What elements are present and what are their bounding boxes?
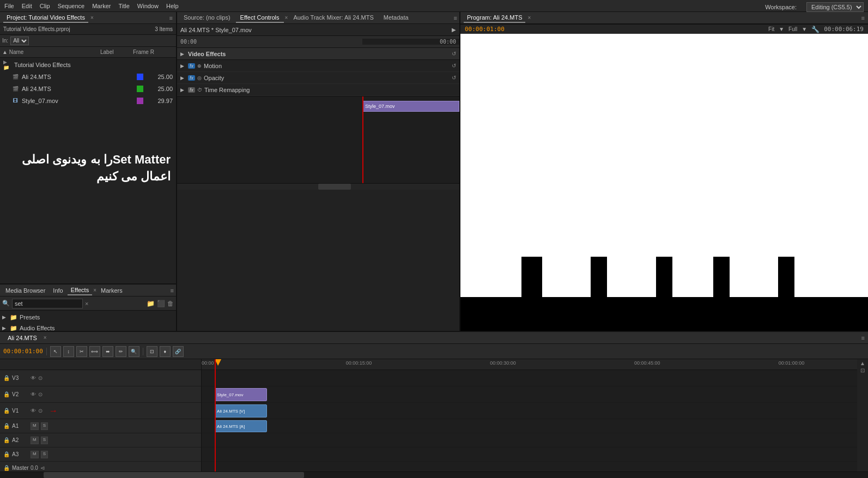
expand-collapse-btn[interactable]: ▶	[452, 27, 456, 33]
tl-toolbar: 00:00:01:00 ↖ ↕ ✂ ⟺ ⬌ ✏ 🔍 ⊡ ♦ 🔗	[0, 344, 868, 359]
tab-media-browser[interactable]: Media Browser	[2, 286, 48, 295]
lock-v3-btn[interactable]: 🔒	[3, 375, 10, 381]
effects-panel-menu[interactable]: ≡	[171, 287, 174, 294]
reset-motion-btn[interactable]: ↺	[452, 63, 456, 69]
tab-effect-controls[interactable]: Effect Controls	[236, 13, 284, 23]
lock-v1-btn[interactable]: 🔒	[3, 408, 10, 414]
tl-panel-menu[interactable]: ≡	[861, 335, 865, 341]
tab-metadata[interactable]: Metadata	[379, 13, 413, 23]
tl-tab[interactable]: Ali 24.MTS	[3, 334, 41, 342]
effect-row-opacity[interactable]: ▶ fx ◎ Opacity ↺	[177, 72, 459, 84]
tree-item-presets[interactable]: ▶ 📁 Presets	[0, 312, 176, 323]
tl-track-master: 🔒 Master 0.0 ⊲	[0, 462, 201, 471]
mute-a1-btn[interactable]: M	[31, 422, 39, 430]
tl-content-v2: Style_07.mov	[202, 386, 857, 403]
track-eye-v2[interactable]: 👁	[31, 391, 36, 397]
reset-effects-btn[interactable]: ↺	[452, 51, 456, 57]
tab-markers[interactable]: Markers	[98, 286, 126, 295]
chevron-icon: ▶	[180, 51, 186, 57]
solo-a2-btn[interactable]: S	[41, 437, 48, 444]
tab-effects[interactable]: Effects	[68, 286, 92, 295]
tl-slide-tool[interactable]: ⬌	[102, 346, 113, 357]
lock-v2-btn[interactable]: 🔒	[3, 391, 10, 397]
fx-badge-opacity: fx	[188, 75, 195, 81]
program-panel-menu[interactable]: ≡	[861, 15, 865, 21]
effects-close-btn[interactable]: ×	[93, 287, 96, 293]
tl-clip-style07[interactable]: Style_07.mov	[215, 388, 267, 401]
list-item[interactable]: 🎞 Style_07.mov 29.97	[0, 95, 176, 107]
settings-icon[interactable]: 🔧	[811, 26, 820, 33]
menu-help[interactable]: Help	[166, 3, 179, 9]
menu-window[interactable]: Window	[137, 3, 159, 9]
solo-a3-btn[interactable]: S	[41, 451, 48, 458]
current-timecode: 00:00:01:00	[465, 26, 505, 33]
menu-edit[interactable]: Edit	[22, 3, 32, 9]
master-expand-btn[interactable]: ⊲	[40, 465, 45, 471]
new-folder-btn[interactable]: 📁	[147, 300, 155, 307]
tl-snap-btn[interactable]: ⊡	[147, 346, 157, 357]
track-toggle-v2[interactable]: ⊙	[38, 391, 43, 397]
scroll-lock-btn[interactable]: ⊡	[860, 367, 865, 373]
menu-sequence[interactable]: Sequence	[58, 3, 85, 9]
workspace-dropdown[interactable]: Editing (CS5.5)	[806, 2, 864, 12]
program-close-btn[interactable]: ×	[527, 15, 531, 21]
tl-ripple-tool[interactable]: ↕	[63, 346, 74, 357]
lock-a1-btn[interactable]: 🔒	[3, 423, 10, 429]
track-toggle-v1[interactable]: ⊙	[38, 408, 43, 414]
project-panel-header: Project: Tutorial Video Effects × ≡	[0, 12, 176, 24]
effect-row-time-remap[interactable]: ▶ fx ⏱ Time Remapping	[177, 84, 459, 96]
project-tab[interactable]: Project: Tutorial Video Effects	[3, 13, 88, 23]
tab-info[interactable]: Info	[50, 286, 66, 295]
tl-content-a2	[202, 433, 857, 447]
search-input[interactable]	[12, 299, 83, 308]
track-eye-v1[interactable]: 👁	[31, 408, 36, 414]
project-close-btn[interactable]: ×	[90, 15, 94, 21]
ec-scrollbar[interactable]	[177, 183, 459, 190]
tl-time-ruler[interactable]: 00:00 00:00:15:00 00:00:30:00 00:00:45:0…	[202, 359, 857, 370]
ec-tabs: Source: (no clips) Effect Controls × Aud…	[177, 12, 459, 24]
tab-audio-mixer[interactable]: Audio Track Mixer: Ali 24.MTS	[289, 13, 378, 23]
tl-hscroll[interactable]	[0, 471, 868, 478]
list-item[interactable]: 🎬 Ali 24.MTS 25.00	[0, 71, 176, 83]
tl-razor-tool[interactable]: ✂	[76, 346, 87, 357]
tab-source[interactable]: Source: (no clips)	[179, 13, 235, 23]
effect-row-motion[interactable]: ▶ fx ⊕ Motion ↺	[177, 60, 459, 72]
delete-btn[interactable]: 🗑	[167, 300, 174, 307]
quality-dropdown[interactable]: Full	[788, 26, 797, 32]
tl-ruler-label	[0, 359, 201, 370]
motion-subicon: ⊕	[197, 63, 202, 69]
list-item[interactable]: ▶ 📁 Tutorial Video Effects	[0, 59, 176, 71]
mute-a3-btn[interactable]: M	[31, 451, 39, 458]
menu-clip[interactable]: Clip	[40, 3, 50, 9]
tl-clip-ali-v[interactable]: Ali 24.MTS [V]	[215, 404, 267, 418]
lock-a3-btn[interactable]: 🔒	[3, 451, 10, 457]
clear-search-btn[interactable]: ×	[85, 300, 88, 307]
tl-close-btn[interactable]: ×	[44, 335, 47, 341]
tl-selection-tool[interactable]: ↖	[50, 346, 61, 357]
tl-linked-btn[interactable]: 🔗	[173, 346, 184, 357]
new-preset-btn[interactable]: ⬛	[157, 300, 165, 307]
project-panel-menu[interactable]: ≡	[169, 15, 173, 21]
track-toggle-v3[interactable]: ⊙	[38, 375, 43, 381]
reset-opacity-btn[interactable]: ↺	[452, 75, 456, 81]
tl-zoom-btn[interactable]: 🔍	[129, 346, 139, 357]
ec-close-btn[interactable]: ×	[285, 15, 288, 21]
ec-panel-menu[interactable]: ≡	[454, 15, 457, 21]
menu-title[interactable]: Title	[118, 3, 129, 9]
tl-clip-ali-a[interactable]: Ali 24.MTS [A]	[215, 420, 267, 432]
program-tab[interactable]: Program: Ali 24.MTS	[464, 13, 525, 23]
menu-file[interactable]: File	[4, 3, 14, 9]
zoom-dropdown[interactable]: Fit	[768, 26, 774, 32]
track-eye-v3[interactable]: 👁	[31, 375, 36, 381]
tl-slip-tool[interactable]: ⟺	[89, 346, 100, 357]
menu-marker[interactable]: Marker	[92, 3, 111, 9]
lock-master-btn[interactable]: 🔒	[3, 465, 10, 471]
list-item[interactable]: 🎬 Ali 24.MTS 25.00	[0, 83, 176, 95]
in-select[interactable]: All	[10, 37, 29, 45]
lock-a2-btn[interactable]: 🔒	[3, 437, 10, 443]
solo-a1-btn[interactable]: S	[41, 422, 48, 430]
collapse-expand-btn[interactable]: ▲	[860, 360, 865, 366]
mute-a2-btn[interactable]: M	[31, 437, 39, 444]
tl-markers-btn[interactable]: ♦	[160, 346, 171, 357]
tl-pen-tool[interactable]: ✏	[116, 346, 126, 357]
